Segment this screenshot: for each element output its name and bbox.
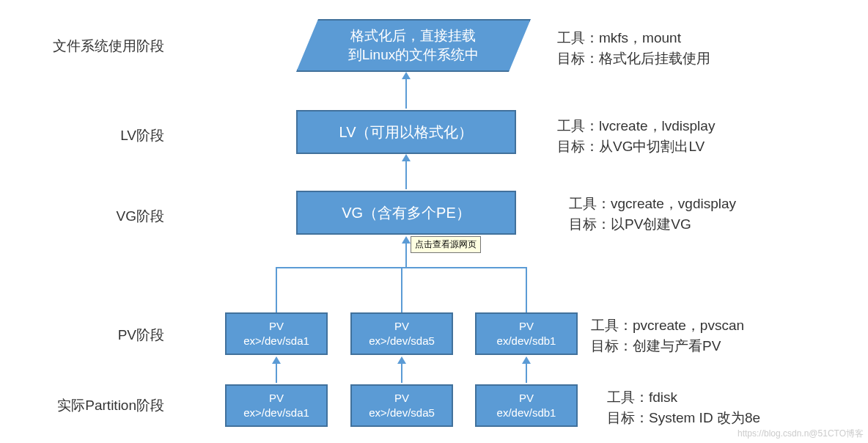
box-lv-text: LV（可用以格式化）: [339, 122, 474, 142]
stage-label-part: 实际Partition阶段: [18, 396, 164, 415]
arrow-hub-to-vg: [405, 242, 407, 267]
arrow-lv-to-fs: [405, 78, 407, 109]
desc-part-target: 目标：System ID 改为8e: [607, 408, 760, 428]
box-part3: PV ex/dev/sdb1: [475, 384, 578, 427]
box-pv2-line2: ex>/dev/sda5: [369, 334, 435, 348]
stage-label-pv: PV阶段: [18, 326, 164, 345]
box-part2-line2: ex>/dev/sda5: [369, 406, 435, 420]
box-part3-line2: ex/dev/sdb1: [497, 406, 556, 420]
watermark: https://blog.csdn.n@51CTO博客: [738, 428, 864, 440]
desc-pv-target: 目标：创建与产看PV: [591, 336, 744, 356]
tooltip-view-source[interactable]: 点击查看源网页: [411, 236, 481, 253]
box-part2-line1: PV: [394, 391, 409, 406]
desc-lv-tools: 工具：lvcreate，lvdisplay: [557, 116, 715, 136]
desc-lv-target: 目标：从VG中切割出LV: [557, 136, 715, 157]
connector-v2: [401, 267, 402, 312]
box-fs: 格式化后，直接挂载 到Linux的文件系统中: [296, 19, 531, 72]
box-lv: LV（可用以格式化）: [296, 110, 516, 154]
arrow-part2-to-pv2: [401, 362, 402, 383]
desc-vg-target: 目标：以PV创建VG: [569, 214, 736, 235]
stage-label-lv: LV阶段: [18, 126, 164, 145]
desc-part-tools: 工具：fdisk: [607, 387, 760, 408]
desc-vg-tools: 工具：vgcreate，vgdisplay: [569, 194, 736, 214]
desc-part: 工具：fdisk 目标：System ID 改为8e: [607, 387, 760, 428]
desc-fs: 工具：mkfs，mount 目标：格式化后挂载使用: [557, 28, 710, 68]
desc-pv: 工具：pvcreate，pvscan 目标：创建与产看PV: [591, 315, 744, 356]
box-pv1-line1: PV: [269, 319, 284, 334]
stage-label-fs: 文件系统使用阶段: [18, 37, 164, 56]
box-vg-text: VG（含有多个PE）: [342, 203, 471, 223]
desc-vg: 工具：vgcreate，vgdisplay 目标：以PV创建VG: [569, 194, 736, 234]
connector-v1: [276, 267, 277, 312]
desc-fs-tools: 工具：mkfs，mount: [557, 28, 710, 48]
box-fs-line1: 格式化后，直接挂载: [348, 26, 479, 45]
box-part2: PV ex>/dev/sda5: [350, 384, 453, 427]
connector-v3: [526, 267, 527, 312]
desc-pv-tools: 工具：pvcreate，pvscan: [591, 315, 744, 336]
box-pv3-line2: ex/dev/sdb1: [497, 334, 556, 348]
box-part1-line2: ex>/dev/sda1: [243, 406, 309, 420]
box-pv1-line2: ex>/dev/sda1: [243, 334, 309, 348]
box-pv3: PV ex/dev/sdb1: [475, 312, 578, 355]
desc-lv: 工具：lvcreate，lvdisplay 目标：从VG中切割出LV: [557, 116, 715, 156]
box-part1-line1: PV: [269, 391, 284, 406]
desc-fs-target: 目标：格式化后挂载使用: [557, 48, 710, 69]
box-pv3-line1: PV: [519, 319, 534, 334]
arrow-vg-to-lv: [405, 160, 407, 189]
arrow-part1-to-pv1: [276, 362, 277, 383]
arrow-part3-to-pv3: [526, 362, 527, 383]
box-part1: PV ex>/dev/sda1: [225, 384, 328, 427]
box-pv2: PV ex>/dev/sda5: [350, 312, 453, 355]
box-vg: VG（含有多个PE）: [296, 191, 516, 235]
box-part3-line1: PV: [519, 391, 534, 406]
stage-label-vg: VG阶段: [18, 207, 164, 226]
box-pv2-line1: PV: [394, 319, 409, 334]
box-fs-line2: 到Linux的文件系统中: [348, 45, 479, 65]
box-pv1: PV ex>/dev/sda1: [225, 312, 328, 355]
